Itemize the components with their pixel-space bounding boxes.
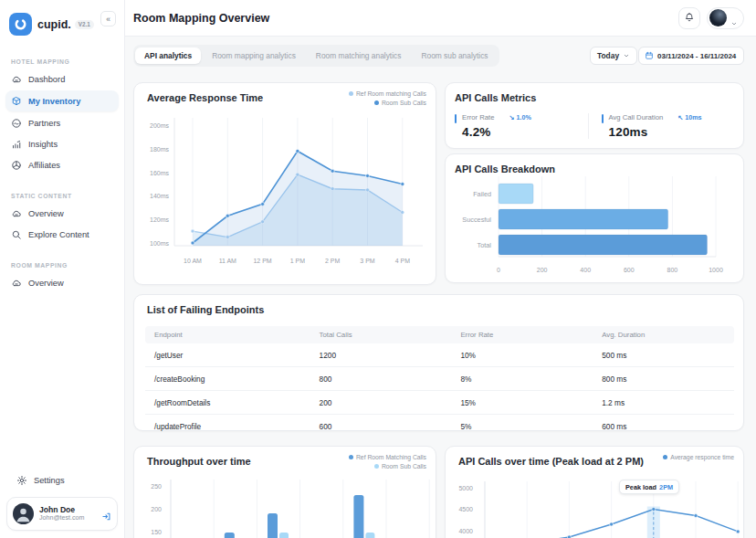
chevron-down-icon — [623, 52, 630, 59]
throughput-card: Throughput over time Ref Room Matching C… — [133, 446, 436, 538]
table-header-cell: Total Calls — [310, 326, 452, 343]
user-avatar — [13, 503, 34, 524]
nav-section-static-content: STATIC CONTENT — [0, 193, 124, 199]
metric-label: Error Rate — [462, 113, 494, 121]
svg-text:1000: 1000 — [709, 267, 723, 273]
table-cell: /getUser — [145, 343, 310, 367]
svg-text:140ms: 140ms — [150, 193, 170, 199]
table-cell: 1200 — [310, 343, 452, 367]
sidebar-item-label: Affiliates — [28, 161, 60, 170]
sidebar-header: cupid. V2.1 « — [0, 0, 124, 40]
period-dropdown[interactable]: Today — [590, 47, 637, 65]
table-cell: /getRoomDetails — [145, 391, 310, 415]
table-header-cell: Error Rate — [451, 326, 593, 343]
peak-label: Peak load — [625, 483, 656, 491]
profile-menu-button[interactable] — [707, 7, 744, 29]
sidebar-item-label: Insights — [28, 140, 58, 149]
svg-text:100ms: 100ms — [150, 240, 170, 247]
panel-title: API Calls Metrics — [455, 92, 536, 103]
table-row: /getRoomDetails20015%1.2 ms — [145, 391, 734, 415]
arrow-down-right-icon: ↘ — [509, 113, 514, 121]
period-dropdown-label: Today — [597, 51, 619, 60]
failing-endpoints-card: List of Failing Endpoints EndpointTotal … — [133, 294, 744, 431]
metric-accent-bar — [602, 114, 604, 123]
sidebar-item-label: Overview — [28, 279, 64, 288]
sidebar-item-label: Settings — [34, 476, 65, 485]
sidebar-item-insights[interactable]: Insights — [5, 134, 119, 153]
sidebar-item-label: Partners — [28, 119, 60, 128]
svg-text:Total: Total — [478, 241, 492, 249]
svg-text:3 PM: 3 PM — [360, 258, 375, 264]
sidebar-item-my-inventory[interactable]: My Inventory — [5, 90, 119, 111]
sidebar-collapse-button[interactable]: « — [100, 11, 116, 26]
avg-response-time-chart: 200ms180ms160ms140ms120ms100ms10 AM11 AM… — [134, 83, 437, 286]
svg-text:1 PM: 1 PM — [290, 258, 306, 264]
svg-text:250: 250 — [151, 483, 162, 490]
sidebar-item-overview-static[interactable]: Overview — [5, 204, 119, 223]
main-area: Room Mapping Overview API analytics Room… — [125, 0, 756, 538]
user-card[interactable]: John Doe John@test.com — [6, 497, 118, 531]
table-header-cell: Endpoint — [145, 326, 310, 343]
cloud-icon — [11, 208, 22, 219]
peak-time: 2PM — [659, 483, 673, 491]
svg-text:Succesful: Succesful — [462, 216, 491, 224]
failing-endpoints-table: EndpointTotal CallsError RateAvg. Durati… — [145, 326, 734, 438]
sidebar-item-dashbord[interactable]: Dashbord — [5, 69, 119, 89]
api-calls-breakdown-card: API Calls Breakdown 02004006008001000Fai… — [445, 153, 744, 283]
sidebar-item-label: Explore Content — [28, 230, 89, 239]
search-icon — [11, 229, 22, 240]
sidebar-item-explore-content[interactable]: Explore Content — [5, 225, 119, 244]
calendar-icon — [645, 51, 654, 60]
logo-text: cupid. — [37, 18, 71, 31]
sidebar-item-overview-room[interactable]: Overview — [5, 273, 119, 292]
metric-delta: ↖ 10ms — [677, 113, 701, 121]
table-header: EndpointTotal CallsError RateAvg. Durati… — [145, 326, 734, 343]
table-cell: /createBooking — [145, 367, 310, 391]
svg-text:600: 600 — [624, 267, 635, 273]
nav-section-hotel-mapping: HOTEL MAPPING — [0, 58, 124, 65]
user-name: John Doe — [39, 505, 96, 515]
page-title: Room Mapping Overview — [133, 12, 269, 25]
box-icon — [11, 96, 22, 107]
tab-room-matching-analytics[interactable]: Room matching analytics — [307, 47, 411, 64]
throughput-chart: 250200150 — [134, 447, 437, 538]
tab-api-analytics[interactable]: API analytics — [135, 47, 201, 64]
user-meta: John Doe John@test.com — [39, 505, 96, 523]
bell-icon — [684, 10, 695, 26]
version-badge: V2.1 — [75, 20, 94, 29]
svg-text:400: 400 — [580, 267, 591, 273]
date-range-picker[interactable]: 03/11/2024 - 16/11/2024 — [638, 47, 744, 65]
api-calls-metrics-card: API Calls Metrics Error Rate ↘ 1.0% 4.2%… — [445, 82, 744, 149]
sidebar-item-affiliates[interactable]: Affiliates — [5, 155, 119, 174]
date-range-label: 03/11/2024 - 16/11/2024 — [657, 52, 736, 60]
table-cell: /updateProfile — [145, 415, 310, 438]
metric-delta-value: 10ms — [685, 113, 701, 121]
tab-room-mapping-analytics[interactable]: Room mapping analytics — [203, 47, 305, 64]
nav-section-room-mapping: ROOM MAPPING — [0, 262, 124, 269]
svg-text:800: 800 — [667, 267, 678, 273]
svg-text:4 PM: 4 PM — [395, 258, 411, 264]
svg-text:11 AM: 11 AM — [219, 258, 236, 264]
svg-text:200: 200 — [151, 506, 162, 512]
sidebar-item-partners[interactable]: Partners — [5, 113, 119, 132]
arrow-up-left-icon: ↖ — [677, 113, 683, 121]
tab-room-sub-analytics[interactable]: Room sub analytics — [412, 47, 497, 64]
table-cell: 500 ms — [593, 343, 734, 367]
table-cell: 5% — [451, 415, 593, 438]
affiliates-icon — [11, 160, 22, 171]
metric-divider — [588, 113, 589, 139]
avg-response-time-card: Average Response Time Ref Room matching … — [133, 82, 436, 285]
logout-icon[interactable] — [101, 509, 111, 519]
notifications-button[interactable] — [678, 7, 700, 29]
analytics-tabs: API analytics Room mapping analytics Roo… — [133, 45, 499, 67]
svg-text:12 PM: 12 PM — [253, 258, 271, 264]
svg-text:180ms: 180ms — [150, 146, 170, 153]
sidebar-item-settings[interactable]: Settings — [11, 470, 125, 490]
svg-text:150: 150 — [151, 529, 162, 535]
metric-avg-call-duration: Avg Call Duration ↖ 10ms 120ms — [602, 113, 735, 139]
metric-value: 120ms — [609, 125, 735, 139]
svg-text:4000: 4000 — [458, 528, 473, 534]
sidebar: cupid. V2.1 « HOTEL MAPPING Dashbord My … — [0, 0, 125, 538]
sidebar-item-label: My Inventory — [28, 97, 80, 106]
cupid-logo-icon — [9, 13, 32, 36]
